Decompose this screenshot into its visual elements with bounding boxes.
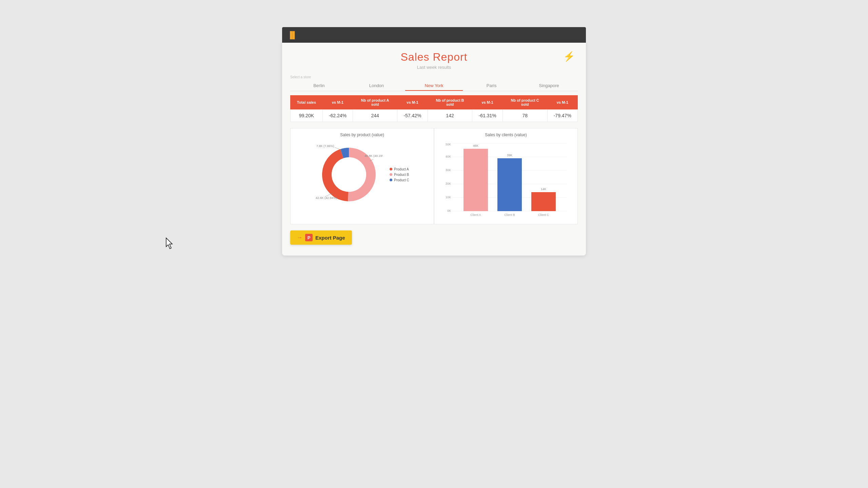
export-arrow-icon: → (297, 235, 302, 241)
bar-client-b (497, 158, 522, 211)
legend-dot-c (390, 179, 392, 181)
main-card: Sales Report Last week results ⚡ Select … (282, 43, 586, 256)
legend-item-b: Product B (390, 173, 409, 177)
y-label-20k: 20K (446, 182, 451, 185)
bar-label-46k: 46K (473, 144, 478, 147)
charts-section: Sales by product (value) (290, 128, 578, 224)
donut-label-a: 42.6K (42.94%) (316, 196, 337, 200)
export-area: → P Export Page (290, 230, 578, 245)
y-label-10k: 10K (446, 196, 451, 199)
metrics-table: Total sales vs M-1 Nb of product Asold v… (290, 95, 578, 122)
export-powerpoint-icon: P (305, 234, 313, 241)
donut-label-b: 48.8K (49.19%) (364, 154, 383, 158)
cell-prod-c: 78 (502, 109, 547, 122)
svg-line-0 (335, 147, 342, 150)
legend-dot-b (390, 173, 392, 176)
export-button-label: Export Page (315, 235, 345, 241)
cell-vs-m1-total: -62.24% (322, 109, 353, 122)
store-tab-singapore[interactable]: Singapore (520, 81, 578, 91)
bar-client-a (463, 149, 488, 211)
title-section: Sales Report Last week results ⚡ (290, 51, 578, 70)
bar-xlabel-b: Client B (504, 213, 515, 217)
store-tab-london[interactable]: London (348, 81, 406, 91)
bar-xlabel-c: Client C (538, 213, 549, 217)
report-title: Sales Report (290, 51, 578, 63)
report-subtitle: Last week results (290, 65, 578, 70)
store-selector: Select a store Berlin London New York Pa… (290, 75, 578, 91)
y-label-40k: 40K (446, 155, 451, 158)
bar-chart-title: Sales by clients (value) (438, 133, 573, 137)
cell-vs-m1-a: -57.42% (397, 109, 428, 122)
top-bar: ▐▌ (282, 27, 586, 43)
store-tab-paris[interactable]: Paris (463, 81, 520, 91)
legend-item-a: Product A (390, 167, 409, 171)
table-row: 99.20K -62.24% 244 -57.42% 142 -61.31% 7… (291, 109, 578, 122)
cell-vs-m1-c: -79.47% (547, 109, 577, 122)
legend-label-b: Product B (394, 173, 409, 177)
legend-label-c: Product C (394, 178, 409, 182)
donut-legend: Product A Product B Product C (390, 167, 409, 182)
export-page-button[interactable]: → P Export Page (290, 230, 352, 245)
store-tab-newyork[interactable]: New York (405, 81, 463, 91)
bar-chart-svg: 0K 10K 20K 30K 40K 50K 46K Cl (438, 141, 573, 219)
col-prod-b: Nb of product Bsold (428, 96, 472, 109)
donut-label-c: 7.8K (7.86%) (316, 144, 334, 148)
col-total-sales: Total sales (291, 96, 323, 109)
store-tabs: Berlin London New York Paris Singapore (290, 81, 578, 91)
cell-vs-m1-b: -61.31% (472, 109, 502, 122)
cell-total-sales: 99.20K (291, 109, 323, 122)
col-vs-m1-total: vs M-1 (322, 96, 353, 109)
cursor (165, 237, 175, 249)
col-vs-m1-a: vs M-1 (397, 96, 428, 109)
donut-inner-circle (332, 158, 366, 191)
legend-item-c: Product C (390, 178, 409, 182)
donut-svg-container: 7.8K (7.86%) 48.8K (49.19%) 42.6K (42.94… (315, 141, 383, 208)
y-label-50k: 50K (446, 143, 451, 146)
donut-svg: 7.8K (7.86%) 48.8K (49.19%) 42.6K (42.94… (315, 141, 383, 208)
col-vs-m1-b: vs M-1 (472, 96, 502, 109)
bar-label-14k: 14K (541, 187, 546, 191)
legend-label-a: Product A (394, 167, 409, 171)
app-icon: ▐▌ (288, 31, 297, 39)
legend-dot-a (390, 168, 392, 170)
y-label-30k: 30K (446, 168, 451, 172)
bar-label-39k: 39K (507, 154, 512, 157)
lightning-icon: ⚡ (563, 51, 575, 62)
store-tab-berlin[interactable]: Berlin (290, 81, 348, 91)
bar-client-c (531, 192, 556, 211)
bar-xlabel-a: Client A (470, 213, 481, 217)
cell-prod-a: 244 (353, 109, 397, 122)
store-selector-label: Select a store (290, 75, 578, 79)
cell-prod-b: 142 (428, 109, 472, 122)
y-label-0k: 0K (447, 209, 451, 212)
col-prod-a: Nb of product Asold (353, 96, 397, 109)
bar-chart-panel: Sales by clients (value) 0K 10K 20K 30K … (434, 128, 578, 224)
donut-chart-panel: Sales by product (value) (290, 128, 434, 224)
col-vs-m1-c: vs M-1 (547, 96, 577, 109)
donut-container: 7.8K (7.86%) 48.8K (49.19%) 42.6K (42.94… (295, 141, 430, 208)
donut-chart-title: Sales by product (value) (295, 133, 430, 137)
col-prod-c: Nb of product Csold (502, 96, 547, 109)
